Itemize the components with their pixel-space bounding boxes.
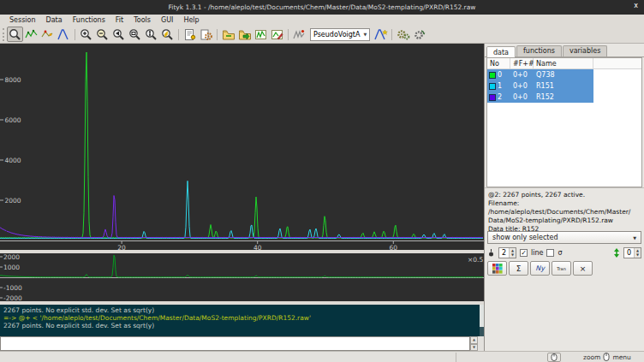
fit-run-icon[interactable]: [395, 27, 411, 42]
zoom-vertical-icon[interactable]: [143, 27, 159, 42]
zoom-all-icon[interactable]: [127, 27, 143, 42]
column-functions[interactable]: #F+#: [510, 58, 534, 68]
console-line-command: =-> @+ < '/home/aleplo/test/Documents/Ch…: [3, 314, 480, 322]
zoom-out-icon[interactable]: [94, 27, 110, 42]
menu-bar: Session Data Functions Fit Tools GUI Hel…: [0, 15, 644, 26]
sidebar-tabs: data functions variables: [485, 44, 644, 57]
sidebar-buttons: Σ Ny Tran ×: [485, 259, 644, 277]
line-checkbox-label: line: [531, 249, 543, 257]
console-line: 2267 points. No explicit std. dev. Set a…: [3, 306, 480, 314]
shift-spinner[interactable]: 0 ▲▼: [623, 247, 641, 258]
toolbar-separator: [75, 29, 75, 40]
auto-add-peak-icon[interactable]: [373, 27, 389, 42]
menu-help[interactable]: Help: [178, 16, 204, 24]
edit-script-icon[interactable]: [182, 27, 198, 42]
menu-gui[interactable]: GUI: [156, 16, 178, 24]
toolbar: PseudoVoigtA ▼: [0, 26, 644, 44]
show-sum-button[interactable]: Σ: [509, 261, 528, 276]
svg-text:2000: 2000: [3, 253, 20, 261]
fit-undo-icon[interactable]: [411, 27, 427, 42]
plot-style-controls: 2 ▲▼ ✓ line σ 0 ▲▼: [485, 246, 644, 259]
load-data-custom-icon[interactable]: [236, 27, 253, 42]
status-divider: [456, 353, 456, 362]
command-input-row: ▲ ▼: [0, 336, 484, 351]
spin-up-icon[interactable]: ▲: [470, 336, 478, 344]
zoom-mode-icon[interactable]: [7, 27, 23, 42]
console-scrollbar[interactable]: [480, 305, 484, 336]
info-filename-1: Filename: /home/aleplo/test/Documents/Ch…: [488, 199, 641, 217]
svg-text:20: 20: [117, 244, 126, 251]
dataset-row-r151[interactable]: 1 0+0 R151: [487, 80, 593, 92]
export-image-icon[interactable]: [253, 27, 269, 42]
column-no[interactable]: No: [487, 58, 510, 68]
point-size-spinner[interactable]: 2 ▲▼: [498, 247, 516, 258]
main-plot[interactable]: 2040602000400060008000: [0, 44, 484, 250]
point-size-icon: [487, 248, 495, 258]
edit-image-icon[interactable]: [269, 27, 285, 42]
add-peak-mode-icon[interactable]: [56, 27, 72, 42]
mouse-config-button[interactable]: [547, 353, 561, 362]
dataset-info: @2: 2267 points, 2267 active. Filename: …: [485, 187, 644, 228]
tab-functions[interactable]: functions: [516, 45, 562, 56]
zoom-previous-icon[interactable]: [110, 27, 127, 42]
svg-text:×0.5: ×0.5: [468, 256, 483, 264]
column-name[interactable]: Name: [534, 58, 593, 68]
svg-text:2000: 2000: [5, 197, 21, 205]
color-gradient-button[interactable]: [487, 261, 507, 276]
console-line: 2267 points. No explicit std. dev. Set a…: [3, 322, 480, 329]
function-type-dropdown[interactable]: PseudoVoigtA ▼: [310, 28, 370, 41]
delete-button[interactable]: ×: [573, 261, 593, 276]
plot-pane: 2040602000400060008000 20001000-1000-200…: [0, 44, 484, 351]
palette-icon: [492, 264, 503, 274]
menu-session[interactable]: Session: [4, 16, 41, 24]
execute-script-icon[interactable]: [198, 27, 214, 42]
chevron-down-icon: ▼: [633, 235, 636, 240]
svg-text:1000: 1000: [3, 264, 20, 271]
toolbar-separator: [391, 29, 392, 40]
dataset-color-swatch: [489, 72, 496, 79]
spin-down-icon[interactable]: ▼: [470, 344, 478, 352]
show-filter-dropdown[interactable]: show only selected ▼: [487, 231, 641, 244]
numeric-format-button[interactable]: Ny: [530, 261, 550, 276]
aux-plot[interactable]: 20001000-1000-2000×0.5: [0, 253, 484, 301]
mouse-icon: [603, 353, 610, 361]
command-input[interactable]: [0, 336, 470, 351]
right-button-hint: menu: [612, 353, 630, 361]
dataset-color-swatch: [489, 83, 496, 90]
transform-button[interactable]: Tran: [552, 261, 571, 276]
left-button-hint: zoom: [583, 353, 600, 361]
status-bar: zoom menu: [0, 351, 644, 362]
line-checkbox[interactable]: ✓: [520, 249, 528, 257]
dataset-row-q738[interactable]: 0 0+0 Q738: [487, 69, 593, 80]
function-tool-icon[interactable]: [291, 27, 307, 42]
auto-zoom-icon[interactable]: [159, 27, 176, 42]
svg-text:-1000: -1000: [3, 284, 22, 292]
menu-fit[interactable]: Fit: [110, 16, 128, 24]
sigma-checkbox[interactable]: [546, 249, 554, 257]
dataset-row-r152[interactable]: 2 0+0 R152: [487, 92, 593, 103]
tab-data[interactable]: data: [486, 46, 516, 57]
command-history-spinner[interactable]: ▲ ▼: [470, 336, 478, 351]
menu-data[interactable]: Data: [41, 16, 68, 24]
sigma-checkbox-label: σ: [558, 249, 562, 257]
close-window-button[interactable]: x: [634, 2, 638, 9]
svg-text:4000: 4000: [5, 157, 21, 164]
dataset-color-swatch: [489, 94, 496, 101]
load-data-icon[interactable]: [220, 27, 236, 42]
background-mode-icon[interactable]: [39, 27, 56, 42]
menu-functions[interactable]: Functions: [68, 16, 110, 24]
tab-variables[interactable]: variables: [563, 45, 607, 56]
toolbar-separator: [217, 29, 218, 40]
svg-text:40: 40: [253, 244, 262, 251]
function-type-value: PseudoVoigtA: [313, 31, 360, 39]
sidebar-empty-area: [485, 277, 644, 351]
menu-tools[interactable]: Tools: [128, 16, 156, 24]
dataset-list-header: No #F+# Name: [487, 58, 641, 69]
info-filename-2: Data/MoS2-templating/PXRD/R152.raw: [488, 217, 641, 225]
data-range-mode-icon[interactable]: [23, 27, 39, 42]
svg-text:8000: 8000: [5, 76, 21, 84]
svg-text:60: 60: [390, 244, 398, 251]
zoom-in-icon[interactable]: [78, 27, 94, 42]
mouse-hints: zoom menu: [583, 353, 631, 361]
chevron-down-icon: ▼: [363, 32, 367, 37]
